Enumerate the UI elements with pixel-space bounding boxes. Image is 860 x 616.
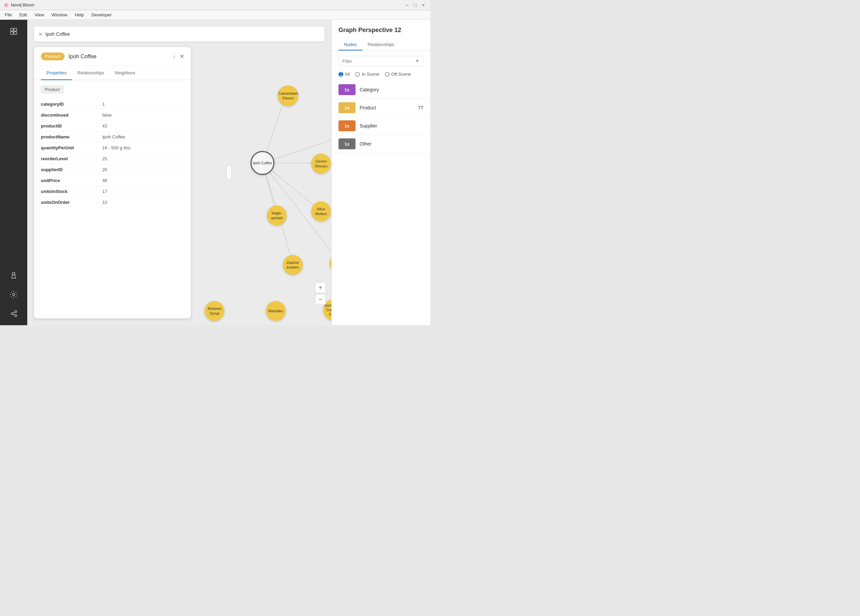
prop-discontinued: discontinued false	[41, 110, 184, 121]
radio-off-scene[interactable]: Off Scene	[385, 72, 411, 77]
tab-properties[interactable]: Properties	[41, 66, 72, 80]
sidebar-btn-labs[interactable]	[5, 267, 22, 284]
svg-line-9	[13, 312, 15, 313]
node-ipoh-coffee[interactable]: Ipoh Coffee	[251, 151, 275, 175]
app-title: Neo4j Bloom	[11, 3, 403, 8]
svg-rect-3	[14, 32, 17, 35]
sidebar-btn-settings[interactable]	[5, 286, 22, 303]
svg-point-7	[15, 311, 17, 313]
node-vegie-spread[interactable]: Vegie-spread	[267, 206, 287, 225]
prop-productName: productName Ipoh Coffee	[41, 132, 184, 143]
menu-file[interactable]: File	[2, 11, 15, 19]
maximize-button[interactable]: □	[412, 2, 419, 8]
prop-quantityPerUnit: quantityPerUnit 16 - 500 g tins	[41, 143, 184, 153]
right-panel-header: Graph Perspective 12 Nodes Relationships	[332, 20, 430, 50]
prop-supplierID: supplierID 20	[41, 164, 184, 175]
node-type-supplier[interactable]: 1x Supplier	[332, 117, 430, 135]
radio-off-scene-circle	[385, 72, 389, 77]
sidebar	[0, 20, 27, 325]
filter-bar: ▼	[339, 56, 423, 66]
main-content: ✕ Ipoh Coffee Product Ipoh Coffee ⋮ ✕ Pr…	[27, 20, 331, 325]
right-panel: Graph Perspective 12 Nodes Relationships…	[331, 20, 430, 325]
svg-rect-2	[11, 32, 13, 35]
menu-view[interactable]: View	[31, 11, 47, 19]
radio-in-scene[interactable]: In Scene	[355, 72, 379, 77]
search-value: Ipoh Coffee	[46, 31, 320, 37]
right-tab-relationships[interactable]: Relationships	[363, 39, 400, 50]
prop-unitsOnOrder: unitsOnOrder 10	[41, 197, 184, 208]
category-label: Category	[359, 87, 423, 93]
supplier-label: Supplier	[359, 123, 423, 129]
radio-all[interactable]: All	[339, 72, 350, 77]
panel-title: Ipoh Coffee	[69, 53, 167, 60]
panel-tabs: Properties Relationships Neighbors	[34, 66, 191, 80]
menu-window[interactable]: Window	[48, 11, 71, 19]
map-controls: + −	[315, 282, 326, 305]
node-maxilaku[interactable]: Maxilaku	[266, 301, 286, 321]
menu-edit[interactable]: Edit	[16, 11, 30, 19]
product-label: Product	[359, 105, 414, 110]
panel-close-button[interactable]: ✕	[180, 53, 184, 60]
zoom-in-button[interactable]: +	[315, 282, 326, 293]
panel-resize-handle[interactable]: ⋮	[226, 166, 232, 179]
node-type-badge: Product	[41, 52, 64, 60]
prop-categoryID: categoryID 1	[41, 99, 184, 110]
node-label-badge: Product	[41, 86, 64, 93]
svg-point-5	[13, 294, 15, 295]
panel-header: Product Ipoh Coffee ⋮ ✕	[34, 47, 191, 66]
node-aniseed-syrup[interactable]: Aniseed Syrup	[204, 301, 224, 321]
tab-neighbors[interactable]: Neighbors	[110, 66, 140, 80]
menu-help[interactable]: Help	[72, 11, 88, 19]
node-panel: Product Ipoh Coffee ⋮ ✕ Properties Relat…	[34, 47, 191, 318]
menu-bar: File Edit View Window Help Developer	[0, 10, 430, 20]
menu-developer[interactable]: Developer	[88, 11, 115, 19]
other-badge: 1x	[339, 138, 356, 149]
svg-line-10	[13, 314, 15, 315]
category-badge: 1x	[339, 84, 356, 95]
properties-section: Product categoryID 1 discontinued false …	[34, 80, 191, 307]
product-badge: 1x	[339, 102, 356, 113]
radio-group: All In Scene Off Scene	[332, 69, 430, 81]
title-bar: 🌸 Neo4j Bloom − □ ×	[0, 0, 430, 10]
window-controls: − □ ×	[403, 2, 427, 8]
prop-productID: productID 43	[41, 121, 184, 132]
tab-relationships[interactable]: Relationships	[72, 66, 110, 80]
app-icon: 🌸	[3, 2, 9, 8]
panel-actions: ⋮ ✕	[171, 53, 184, 60]
node-alice-mutton[interactable]: Alice Mutton	[311, 201, 331, 221]
close-button[interactable]: ×	[420, 2, 427, 8]
app-layout: ✕ Ipoh Coffee Product Ipoh Coffee ⋮ ✕ Pr…	[0, 20, 430, 325]
node-type-category[interactable]: 1x Category	[332, 81, 430, 99]
prop-unitsInStock: unitsInStock 17	[41, 186, 184, 197]
panel-more-button[interactable]: ⋮	[171, 53, 177, 60]
radio-all-circle	[339, 72, 343, 77]
zoom-out-button[interactable]: −	[315, 294, 326, 305]
prop-unitPrice: unitPrice 46	[41, 175, 184, 186]
radio-in-scene-circle	[355, 72, 360, 77]
search-clear-button[interactable]: ✕	[38, 31, 42, 38]
other-label: Other	[359, 141, 423, 146]
right-panel-tabs: Nodes Relationships	[332, 39, 430, 50]
node-tunnbrod[interactable]: Tunnbröd	[330, 253, 331, 273]
minimize-button[interactable]: −	[403, 2, 410, 8]
supplier-badge: 1x	[339, 120, 356, 131]
sidebar-btn-connections[interactable]	[5, 305, 22, 322]
right-tab-nodes[interactable]: Nodes	[339, 39, 363, 50]
node-camembert[interactable]: Camembert Pierrot	[278, 86, 298, 106]
node-type-product[interactable]: 1x Product 77	[332, 99, 430, 117]
search-bar: ✕ Ipoh Coffee	[34, 27, 325, 42]
svg-rect-1	[14, 28, 17, 31]
node-genen-shouyu[interactable]: Genen Shouyu	[311, 154, 331, 173]
filter-input[interactable]	[342, 59, 412, 64]
right-panel-title: Graph Perspective 12	[339, 27, 423, 34]
prop-reorderLevel: reorderLevel 25	[41, 153, 184, 164]
product-count: 77	[418, 105, 423, 110]
filter-icon: ▼	[415, 58, 420, 64]
svg-point-8	[15, 315, 17, 317]
svg-point-6	[11, 313, 13, 315]
svg-rect-0	[11, 28, 13, 31]
sidebar-btn-perspectives[interactable]	[5, 23, 22, 39]
node-type-other[interactable]: 1x Other	[332, 135, 430, 153]
node-zaanse-koeken[interactable]: Zaanse koeken	[283, 255, 303, 275]
